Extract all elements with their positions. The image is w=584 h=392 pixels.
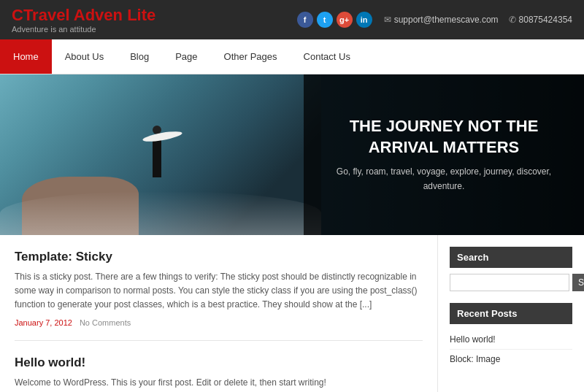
content-area: Template: Sticky This is a sticky post. …: [0, 235, 438, 392]
search-input[interactable]: [450, 274, 569, 291]
recent-post-item[interactable]: Block: Image: [450, 350, 572, 369]
top-bar: CTravel Adven Lite Adventure is an attit…: [0, 0, 584, 39]
nav-contact[interactable]: Contact Us: [291, 39, 364, 74]
post-comments[interactable]: No Comments: [80, 318, 131, 327]
recent-posts-title: Recent Posts: [450, 303, 572, 324]
post-title[interactable]: Hello world!: [15, 356, 423, 370]
search-widget-title: Search: [450, 247, 572, 268]
hero-subtitle: Go, fly, roam, travel, voyage, explore, …: [321, 165, 566, 193]
twitter-icon[interactable]: t: [317, 12, 333, 28]
phone-contact: ✆ 80875424354: [509, 15, 572, 25]
social-icons: f t g+ in: [297, 12, 372, 28]
hero-overlay: THE JOURNEY NOT THE ARRIVAL MATTERS Go, …: [304, 74, 584, 235]
post-date: January 7, 2012: [15, 318, 72, 327]
search-widget: Search Search: [450, 247, 572, 291]
sidebar: Search Search Recent Posts Hello world! …: [438, 235, 584, 392]
search-button[interactable]: Search: [572, 274, 584, 291]
hero-person: [146, 126, 168, 191]
nav-bar: Home About Us Blog Page Other Pages Cont…: [0, 39, 584, 74]
nav-page[interactable]: Page: [162, 39, 210, 74]
post-title[interactable]: Template: Sticky: [15, 250, 423, 264]
brand-area: CTravel Adven Lite Adventure is an attit…: [12, 6, 155, 34]
post-excerpt: This is a sticky post. There are a few t…: [15, 270, 423, 312]
contact-info: ✉ support@themescave.com ✆ 80875424354: [384, 15, 572, 25]
google-plus-icon[interactable]: g+: [337, 12, 353, 28]
surfboard: [142, 129, 183, 143]
search-box: Search: [450, 274, 572, 291]
post-sticky: Template: Sticky This is a sticky post. …: [15, 250, 423, 341]
phone-number: 80875424354: [519, 15, 572, 25]
post-excerpt: Welcome to WordPress. This is your first…: [15, 376, 423, 390]
brand-tagline: Adventure is an attitude: [12, 25, 155, 34]
hero-image: [0, 74, 321, 235]
linkedin-icon[interactable]: in: [356, 12, 372, 28]
hero-wave: [0, 191, 321, 235]
facebook-icon[interactable]: f: [297, 12, 313, 28]
person-body: [153, 137, 161, 177]
post-meta: January 7, 2012 No Comments: [15, 318, 423, 327]
email-address: support@themescave.com: [394, 15, 499, 25]
hero-section: THE JOURNEY NOT THE ARRIVAL MATTERS Go, …: [0, 74, 584, 235]
hero-title: THE JOURNEY NOT THE ARRIVAL MATTERS: [321, 116, 566, 158]
top-right: f t g+ in ✉ support@themescave.com ✆ 808…: [297, 12, 572, 28]
phone-icon: ✆: [509, 15, 516, 25]
email-icon: ✉: [384, 15, 391, 25]
post-hello-world: Hello world! Welcome to WordPress. This …: [15, 356, 423, 392]
main-area: Template: Sticky This is a sticky post. …: [0, 235, 584, 392]
nav-home[interactable]: Home: [0, 39, 52, 74]
email-contact: ✉ support@themescave.com: [384, 15, 499, 25]
recent-posts-widget: Recent Posts Hello world! Block: Image: [450, 303, 572, 369]
recent-post-item[interactable]: Hello world!: [450, 330, 572, 350]
nav-blog[interactable]: Blog: [117, 39, 162, 74]
nav-other-pages[interactable]: Other Pages: [211, 39, 291, 74]
brand-title: CTravel Adven Lite: [12, 6, 155, 25]
nav-about[interactable]: About Us: [52, 39, 117, 74]
